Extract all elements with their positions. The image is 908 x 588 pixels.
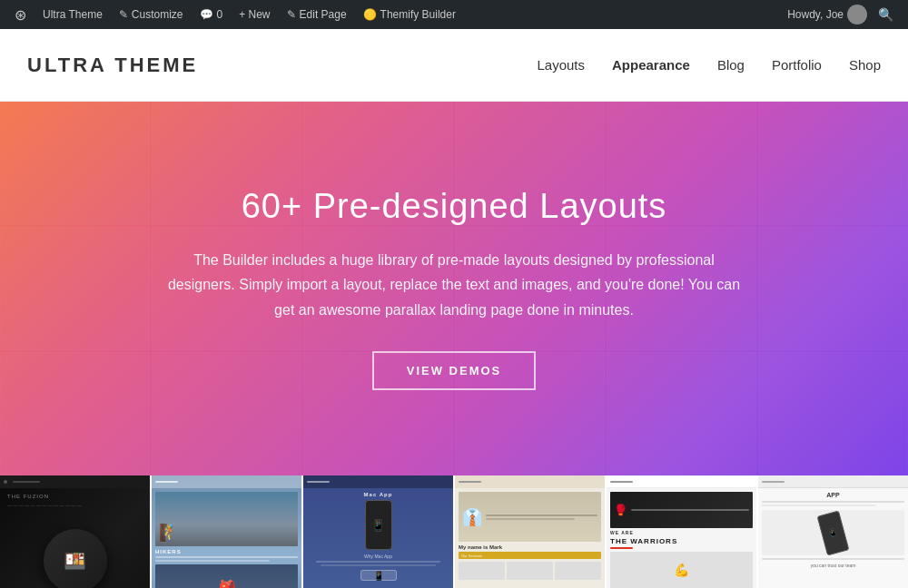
themify-builder-item[interactable]: 🟡 Themify Builder	[356, 0, 463, 29]
search-icon[interactable]: 🔍	[871, 7, 901, 22]
nav-shop[interactable]: Shop	[849, 57, 881, 73]
customize-item[interactable]: ✎ Customize	[112, 0, 191, 29]
demo-thumb-business[interactable]: 👔 My name is Mark Our Services	[455, 475, 607, 588]
edit-page-label: Edit Page	[300, 8, 347, 21]
new-label: + New	[239, 8, 270, 21]
site-header: ULTRA THEME Layouts Appearance Blog Port…	[0, 29, 908, 102]
demos-section: THE FUZION — — — — — — — — — — — — — 🍱	[0, 475, 908, 588]
comments-icon: 💬	[200, 8, 213, 21]
ultra-theme-label: Ultra Theme	[43, 8, 103, 21]
food-emoji: 🍱	[64, 550, 86, 572]
wp-logo-item[interactable]: ⊛	[7, 0, 34, 29]
nav-appearance[interactable]: Appearance	[612, 57, 690, 73]
nav-layouts[interactable]: Layouts	[537, 57, 585, 73]
nav-blog[interactable]: Blog	[717, 57, 745, 73]
thumb1-site-title: THE FUZION	[7, 494, 143, 499]
comments-item[interactable]: 💬 0	[192, 0, 231, 29]
hero-title: 60+ Pre-designed Layouts	[159, 187, 749, 226]
demo-thumb-gym[interactable]: 🥊 WE ARE THE WARRIORS 💪	[607, 475, 758, 588]
view-demos-button[interactable]: VIEW DEMOS	[372, 351, 537, 390]
new-item[interactable]: + New	[232, 0, 277, 29]
admin-bar: ⊛ Ultra Theme ✎ Customize 💬 0 + New ✎ Ed…	[0, 0, 908, 29]
admin-bar-right: Howdy, Joe 🔍	[787, 5, 901, 24]
themify-builder-label: Themify Builder	[380, 8, 456, 21]
edit-page-icon: ✎	[287, 8, 296, 21]
thumb-header-4	[455, 475, 605, 488]
demo-thumb-app2[interactable]: APP 📱 you can trust our team	[758, 475, 908, 588]
edit-page-item[interactable]: ✎ Edit Page	[280, 0, 354, 29]
thumb-header-2	[152, 475, 301, 488]
site-nav: Layouts Appearance Blog Portfolio Shop	[537, 57, 881, 73]
hero-description: The Builder includes a huge library of p…	[159, 248, 749, 322]
demo-thumb-hikers[interactable]: 🧗 HIKERS 🎒	[152, 475, 303, 588]
thumb-header-6	[758, 475, 908, 488]
nav-portfolio[interactable]: Portfolio	[772, 57, 822, 73]
avatar[interactable]	[847, 5, 867, 24]
customize-icon: ✎	[119, 8, 128, 21]
themify-builder-icon: 🟡	[363, 8, 377, 21]
customize-label: Customize	[132, 8, 183, 21]
ultra-theme-item[interactable]: Ultra Theme	[35, 0, 110, 29]
wp-logo-icon: ⊛	[15, 6, 26, 24]
demo-thumb-app[interactable]: Mac App 📱 Why Mac App 📱	[303, 475, 455, 588]
site-logo[interactable]: ULTRA THEME	[27, 54, 198, 77]
comments-count: 0	[217, 8, 223, 21]
thumb-header-5	[607, 475, 756, 488]
hero-section: 60+ Pre-designed Layouts The Builder inc…	[0, 102, 908, 475]
thumb-header-3	[303, 475, 453, 488]
thumb-header-1	[0, 475, 150, 488]
howdy-text: Howdy, Joe	[787, 8, 844, 21]
demo-thumb-food[interactable]: THE FUZION — — — — — — — — — — — — — 🍱	[0, 475, 152, 588]
hero-content: 60+ Pre-designed Layouts The Builder inc…	[68, 187, 840, 390]
